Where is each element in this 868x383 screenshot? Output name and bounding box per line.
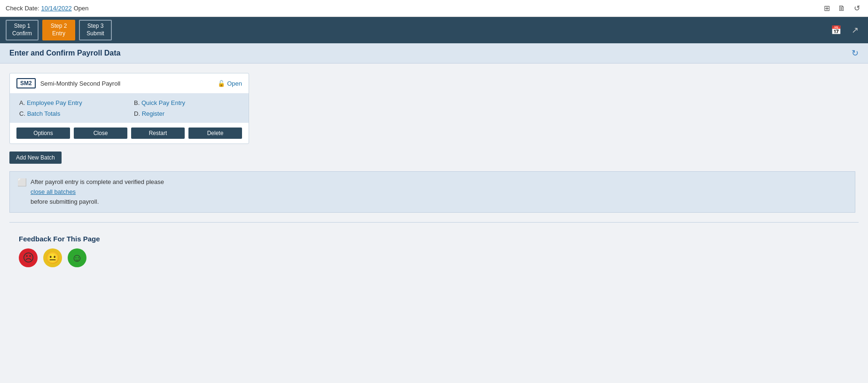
delete-button[interactable]: Delete (188, 128, 242, 139)
feedback-neutral-button[interactable]: 😐 (43, 248, 62, 267)
employee-pay-entry-link[interactable]: Employee Pay Entry (27, 99, 82, 106)
quick-pay-entry-link[interactable]: Quick Pay Entry (141, 99, 185, 106)
history-icon[interactable]: ↺ (851, 3, 862, 14)
menu-item-d: D. Register (134, 110, 239, 117)
batch-actions: Options Close Restart Delete (10, 123, 249, 144)
close-all-batches-link[interactable]: close all batches (31, 188, 76, 195)
feedback-icons: ☹ 😐 ☺ (19, 248, 849, 267)
divider (9, 222, 859, 223)
nav-bar: Step 1 Confirm Step 2 Entry Step 3 Submi… (0, 17, 868, 43)
page-title: Enter and Confirm Payroll Data (9, 49, 121, 57)
batch-totals-link[interactable]: Batch Totals (27, 110, 61, 117)
check-date-link[interactable]: 10/14/2022 (41, 5, 72, 12)
feedback-title: Feedback For This Page (19, 235, 849, 243)
page-header: Enter and Confirm Payroll Data ↻ (0, 43, 868, 64)
step3-button[interactable]: Step 3 Submit (79, 20, 112, 40)
check-date-area: Check Date: 10/14/2022 Open (6, 5, 88, 12)
batch-code: SM2 (16, 78, 36, 88)
add-new-batch-button[interactable]: Add New Batch (9, 152, 62, 164)
neutral-face-icon: 😐 (46, 251, 60, 264)
grid-icon[interactable]: ⊞ (821, 3, 832, 14)
info-text-after: before submitting payroll. (31, 198, 99, 205)
close-button[interactable]: Close (74, 128, 127, 139)
feedback-sad-button[interactable]: ☹ (19, 248, 38, 267)
menu-item-c: C. Batch Totals (19, 110, 125, 117)
batch-menu: A. Employee Pay Entry B. Quick Pay Entry… (10, 94, 249, 123)
calendar-icon[interactable]: 📅 (829, 23, 844, 38)
info-text: After payroll entry is complete and veri… (31, 177, 164, 207)
top-bar: Check Date: 10/14/2022 Open ⊞ 🗎 ↺ (0, 0, 868, 17)
happy-face-icon: ☺ (71, 251, 83, 264)
batch-status-text: Open (227, 80, 242, 87)
document-icon[interactable]: 🗎 (836, 3, 847, 14)
menu-item-b: B. Quick Pay Entry (134, 99, 239, 106)
feedback-section: Feedback For This Page ☹ 😐 ☺ (9, 230, 859, 272)
batch-card-header: SM2 Semi-Monthly Second Payroll 🔓 Open (10, 73, 249, 94)
info-text-before: After payroll entry is complete and veri… (31, 178, 164, 185)
menu-item-a: A. Employee Pay Entry (19, 99, 125, 106)
options-button[interactable]: Options (16, 128, 70, 139)
restart-button[interactable]: Restart (131, 128, 185, 139)
loading-spinner-icon: ↻ (852, 48, 859, 58)
lock-icon: 🔓 (218, 80, 225, 87)
status-text: Open (74, 5, 89, 12)
info-box: ⬜ After payroll entry is complete and ve… (9, 171, 855, 213)
share-icon[interactable]: ↗ (847, 23, 862, 38)
step1-button[interactable]: Step 1 Confirm (6, 20, 39, 40)
batch-name: Semi-Monthly Second Payroll (40, 80, 121, 87)
check-date-label: Check Date: (6, 5, 39, 12)
info-icon: ⬜ (17, 178, 27, 187)
register-link[interactable]: Register (142, 110, 164, 117)
feedback-happy-button[interactable]: ☺ (68, 248, 86, 267)
step2-button[interactable]: Step 2 Entry (42, 20, 75, 40)
main-content: SM2 Semi-Monthly Second Payroll 🔓 Open A… (0, 64, 868, 281)
batch-status: 🔓 Open (218, 80, 242, 87)
batch-card: SM2 Semi-Monthly Second Payroll 🔓 Open A… (9, 73, 249, 144)
nav-right-icons: 📅 ↗ (829, 23, 862, 38)
sad-face-icon: ☹ (23, 251, 34, 264)
batch-label-group: SM2 Semi-Monthly Second Payroll (16, 78, 120, 88)
nav-steps: Step 1 Confirm Step 2 Entry Step 3 Submi… (6, 20, 112, 40)
top-bar-icons: ⊞ 🗎 ↺ (821, 3, 862, 14)
